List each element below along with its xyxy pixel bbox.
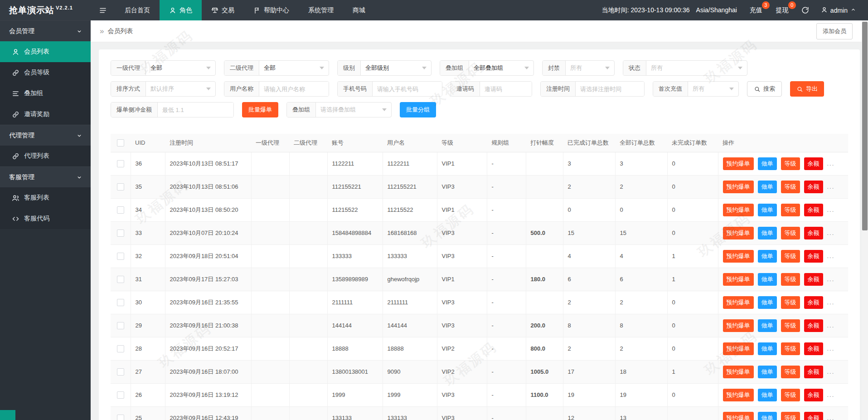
username-filter-input[interactable] (259, 82, 329, 96)
reserve-burst-button[interactable]: 预约爆单 (723, 412, 754, 420)
recharge-button[interactable]: 充值 3 (749, 5, 763, 15)
second-agent-filter[interactable]: 二级代理全部 (224, 60, 329, 76)
reserve-burst-button[interactable]: 预约爆单 (723, 319, 754, 332)
row-checkbox[interactable] (117, 345, 124, 352)
sidebar-collapse-indicator[interactable] (0, 410, 15, 420)
balance-button[interactable]: 余额 (804, 366, 823, 378)
sidebar-item-service-code[interactable]: 客服代码 (0, 208, 91, 229)
balance-button[interactable]: 余额 (804, 342, 823, 355)
more-actions-button[interactable]: ... (827, 160, 835, 167)
refresh-button[interactable] (801, 6, 809, 14)
more-actions-button[interactable]: ... (827, 230, 835, 236)
more-actions-button[interactable]: ... (827, 299, 835, 306)
more-actions-button[interactable]: ... (827, 322, 835, 329)
phone-filter-input[interactable] (373, 82, 442, 96)
reserve-burst-button[interactable]: 预约爆单 (723, 342, 754, 355)
sidebar-item-service-list[interactable]: 客服列表 (0, 187, 91, 208)
make-order-button[interactable]: 做单 (758, 273, 777, 286)
add-member-button[interactable]: 添加会员 (816, 23, 853, 39)
make-order-button[interactable]: 做单 (758, 319, 777, 332)
row-checkbox[interactable] (117, 322, 124, 329)
topnav-item-5[interactable]: 系统管理 (299, 0, 343, 20)
row-checkbox[interactable] (117, 206, 124, 214)
reserve-burst-button[interactable]: 预约爆单 (723, 296, 754, 309)
level-button[interactable]: 等级 (781, 157, 800, 170)
balance-button[interactable]: 余额 (804, 273, 823, 286)
sidebar-item-member-list[interactable]: 会员列表 (0, 41, 91, 62)
sidebar-item-stack-group[interactable]: 叠加组 (0, 83, 91, 104)
more-actions-button[interactable]: ... (827, 276, 835, 283)
register-time-filter-input[interactable] (576, 82, 644, 96)
sidebar-group-agent-management[interactable]: 代理管理 (0, 125, 91, 146)
row-checkbox[interactable] (117, 368, 124, 376)
sidebar-group-member-management[interactable]: 会员管理 (0, 20, 91, 41)
more-actions-button[interactable]: ... (827, 415, 835, 420)
make-order-button[interactable]: 做单 (758, 389, 777, 401)
reserve-burst-button[interactable]: 预约爆单 (723, 157, 754, 170)
reserve-burst-button[interactable]: 预约爆单 (723, 273, 754, 286)
balance-button[interactable]: 余额 (804, 412, 823, 420)
level-button[interactable]: 等级 (781, 342, 800, 355)
bulk-burst-button[interactable]: 批量爆单 (242, 102, 278, 117)
reserve-burst-button[interactable]: 预约爆单 (723, 250, 754, 263)
level-button[interactable]: 等级 (781, 204, 800, 216)
sidebar-group-service-management[interactable]: 客服管理 (0, 166, 91, 187)
sidebar-item-invite-reward[interactable]: 邀请奖励 (0, 104, 91, 125)
make-order-button[interactable]: 做单 (758, 227, 777, 239)
level-button[interactable]: 等级 (781, 273, 800, 286)
level-button[interactable]: 等级 (781, 366, 800, 378)
level-button[interactable]: 等级 (781, 319, 800, 332)
reserve-burst-button[interactable]: 预约爆单 (723, 181, 754, 193)
make-order-button[interactable]: 做单 (758, 366, 777, 378)
level-button[interactable]: 等级 (781, 250, 800, 263)
more-actions-button[interactable]: ... (827, 368, 835, 375)
row-checkbox[interactable] (117, 160, 124, 167)
level-button[interactable]: 等级 (781, 389, 800, 401)
export-button[interactable]: 导出 (790, 81, 824, 97)
ban-filter[interactable]: 封禁所有 (542, 60, 615, 76)
level-button[interactable]: 等级 (781, 296, 800, 309)
make-order-button[interactable]: 做单 (758, 412, 777, 420)
topnav-item-6[interactable]: 商城 (343, 0, 375, 20)
row-checkbox[interactable] (117, 183, 124, 190)
select-all-checkbox[interactable] (117, 139, 124, 147)
scrollbar-thumb[interactable] (862, 22, 868, 230)
level-button[interactable]: 等级 (781, 412, 800, 420)
row-checkbox[interactable] (117, 253, 124, 260)
make-order-button[interactable]: 做单 (758, 342, 777, 355)
level-button[interactable]: 等级 (781, 227, 800, 239)
status-filter[interactable]: 状态所有 (623, 60, 747, 76)
row-checkbox[interactable] (117, 391, 124, 399)
sort-filter[interactable]: 排序方式默认排序 (111, 81, 216, 97)
more-actions-button[interactable]: ... (827, 391, 835, 398)
make-order-button[interactable]: 做单 (758, 204, 777, 216)
make-order-button[interactable]: 做单 (758, 181, 777, 193)
balance-button[interactable]: 余额 (804, 181, 823, 193)
balance-button[interactable]: 余额 (804, 157, 823, 170)
withdraw-button[interactable]: 提现 0 (775, 5, 790, 15)
search-button[interactable]: 搜索 (747, 81, 782, 97)
bulk-group-button[interactable]: 批量分组 (400, 102, 436, 117)
level-button[interactable]: 等级 (781, 181, 800, 193)
balance-button[interactable]: 余额 (804, 296, 823, 309)
make-order-button[interactable]: 做单 (758, 296, 777, 309)
balance-button[interactable]: 余额 (804, 319, 823, 332)
balance-button[interactable]: 余额 (804, 250, 823, 263)
user-menu[interactable]: admin (821, 6, 856, 15)
reserve-burst-button[interactable]: 预约爆单 (723, 366, 754, 378)
make-order-button[interactable]: 做单 (758, 250, 777, 263)
row-checkbox[interactable] (117, 276, 124, 283)
first-agent-filter[interactable]: 一级代理全部 (111, 60, 216, 76)
balance-button[interactable]: 余额 (804, 389, 823, 401)
more-actions-button[interactable]: ... (827, 345, 835, 352)
topnav-item-2[interactable]: 角色 (160, 0, 202, 20)
bulk-stack-group-filter[interactable]: 叠加组请选择叠加组 (286, 102, 392, 117)
topnav-item-3[interactable]: 交易 (202, 0, 244, 20)
reserve-burst-button[interactable]: 预约爆单 (723, 389, 754, 401)
balance-button[interactable]: 余额 (804, 204, 823, 216)
burst-amount-input-input[interactable] (158, 103, 233, 117)
level-filter[interactable]: 级别全部级别 (337, 60, 432, 76)
topnav-item-4[interactable]: 帮助中心 (244, 0, 299, 20)
sidebar-toggle-button[interactable] (91, 0, 115, 20)
sidebar-item-member-level[interactable]: 会员等级 (0, 62, 91, 83)
